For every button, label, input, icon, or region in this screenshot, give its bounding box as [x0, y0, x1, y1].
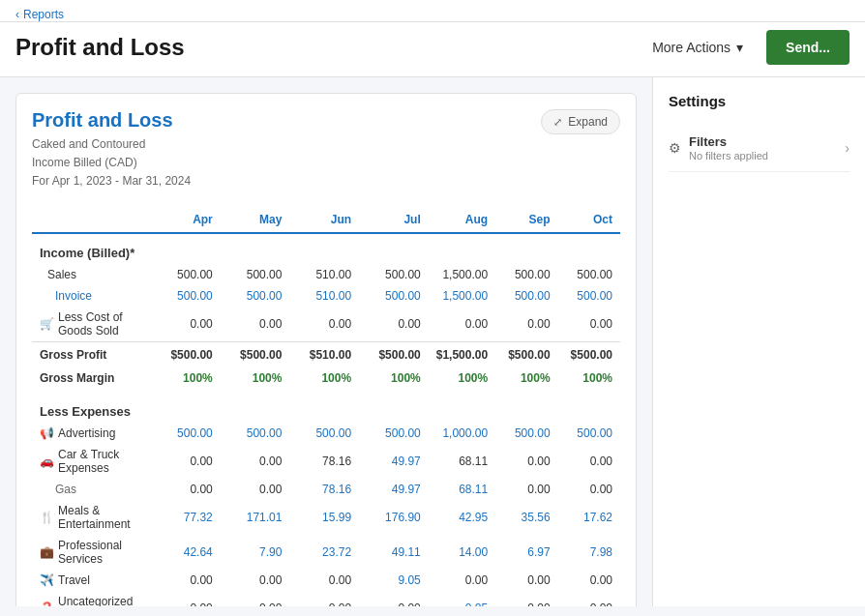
col-apr: Apr	[151, 207, 221, 233]
cogs-label: Less Cost of Goods Sold	[58, 310, 143, 337]
invoice-jul[interactable]: 500.00	[359, 285, 429, 307]
page-title: Profit and Loss	[15, 34, 185, 61]
travel-icon: ✈️	[40, 573, 54, 587]
invoice-aug[interactable]: 1,500.00	[429, 285, 495, 307]
gp-jun: $510.00	[289, 341, 359, 367]
filter-sublabel: No filters applied	[689, 150, 768, 161]
col-jun: Jun	[289, 207, 359, 233]
company-name: Caked and Contoured	[32, 137, 145, 151]
meals-icon: 🍴	[40, 511, 54, 524]
travel-label: Travel	[58, 573, 90, 587]
settings-title: Settings	[669, 93, 850, 109]
travel-row: ✈️ Travel 0.00 0.00 0.00 9.05 0.00 0.00 …	[32, 570, 620, 591]
more-actions-button[interactable]: More Actions ▾	[641, 32, 755, 63]
col-jul: Jul	[359, 207, 429, 233]
header-actions: More Actions ▾ Send...	[641, 30, 850, 65]
gross-margin-label: Gross Margin	[32, 367, 151, 393]
sales-jul: 500.00	[359, 264, 429, 285]
back-link-label: Reports	[23, 8, 64, 21]
car-truck-label: Car & Truck Expenses	[58, 448, 143, 475]
col-sep: Sep	[495, 207, 557, 233]
uncategorized-label: Uncategorized Expens...	[58, 595, 143, 606]
gp-apr: $500.00	[151, 341, 221, 367]
advertising-row: 📢 Advertising 500.00 500.00 500.00 500.0…	[32, 423, 620, 444]
meals-row: 🍴 Meals & Entertainment 77.32 171.01 15.…	[32, 500, 620, 535]
chevron-down-icon: ▾	[736, 40, 743, 55]
income-label: Income (Billed)*	[32, 233, 151, 264]
sales-sep: 500.00	[495, 264, 557, 285]
back-link[interactable]: ‹ Reports	[15, 8, 850, 21]
sales-label: Sales	[32, 264, 151, 285]
sales-apr: 500.00	[151, 264, 221, 285]
less-expenses-label: Less Expenses	[32, 393, 151, 423]
gp-sep: $500.00	[495, 341, 557, 367]
invoice-label: Invoice	[32, 285, 151, 307]
sales-oct: 500.00	[558, 264, 620, 285]
report-subtitle: Caked and Contoured Income Billed (CAD) …	[32, 135, 191, 191]
filters-row[interactable]: ⚙ Filters No filters applied ›	[669, 125, 850, 172]
report-card: Profit and Loss Caked and Contoured Inco…	[15, 93, 637, 606]
professional-label: Professional Services	[58, 539, 143, 566]
gp-aug: $1,500.00	[429, 341, 495, 367]
advertising-icon: 📢	[40, 426, 54, 440]
col-may: May	[221, 207, 290, 233]
invoice-sep[interactable]: 500.00	[495, 285, 557, 307]
sales-aug: 1,500.00	[429, 264, 495, 285]
expand-label: Expand	[568, 115, 608, 129]
filters-left: ⚙ Filters No filters applied	[669, 134, 768, 161]
col-aug: Aug	[429, 207, 495, 233]
col-oct: Oct	[558, 207, 620, 233]
filter-icon: ⚙	[669, 140, 681, 156]
gross-profit-label: Gross Profit	[32, 341, 151, 367]
gross-margin-row: Gross Margin 100% 100% 100% 100% 100% 10…	[32, 367, 620, 393]
professional-icon: 💼	[40, 545, 54, 559]
cogs-may: 0.00	[221, 307, 290, 342]
advertising-label: Advertising	[58, 426, 115, 440]
invoice-apr[interactable]: 500.00	[151, 285, 221, 307]
invoice-oct[interactable]: 500.00	[558, 285, 620, 307]
send-button[interactable]: Send...	[766, 30, 850, 65]
filter-label: Filters	[689, 134, 768, 149]
cogs-jun: 0.00	[289, 307, 359, 342]
cogs-oct: 0.00	[558, 307, 620, 342]
uncategorized-icon: ❓	[40, 601, 54, 606]
gp-may: $500.00	[221, 341, 290, 367]
expand-icon: ⤢	[553, 116, 562, 129]
gp-oct: $500.00	[558, 341, 620, 367]
cogs-jul: 0.00	[359, 307, 429, 342]
gas-row: Gas 0.00 0.00 78.16 49.97 68.11 0.00 0.0…	[32, 479, 620, 500]
chevron-right-icon: ›	[845, 140, 850, 156]
expand-button[interactable]: ⤢ Expand	[541, 109, 620, 134]
cogs-icon: 🛒	[40, 317, 54, 331]
cogs-sep: 0.00	[495, 307, 557, 342]
gross-profit-row: Gross Profit $500.00 $500.00 $510.00 $50…	[32, 341, 620, 367]
report-period: For Apr 1, 2023 - Mar 31, 2024	[32, 174, 191, 188]
car-truck-row: 🚗 Car & Truck Expenses 0.00 0.00 78.16 4…	[32, 444, 620, 479]
report-table: Apr May Jun Jul Aug Sep Oct Income (Bill…	[32, 207, 620, 606]
sidebar: Settings ⚙ Filters No filters applied ›	[652, 77, 865, 606]
invoice-may[interactable]: 500.00	[221, 285, 290, 307]
more-actions-label: More Actions	[652, 40, 731, 55]
sales-row: Sales 500.00 500.00 510.00 500.00 1,500.…	[32, 264, 620, 285]
back-arrow-icon: ‹	[15, 8, 19, 21]
uncategorized-row: ❓ Uncategorized Expens... 0.00 0.00 0.00…	[32, 591, 620, 606]
expenses-section-header: Less Expenses	[32, 393, 620, 423]
cogs-aug: 0.00	[429, 307, 495, 342]
professional-row: 💼 Professional Services 42.64 7.90 23.72…	[32, 535, 620, 570]
cogs-row: 🛒 Less Cost of Goods Sold 0.00 0.00 0.00…	[32, 307, 620, 342]
sales-may: 500.00	[221, 264, 290, 285]
income-section-header: Income (Billed)*	[32, 233, 620, 264]
car-icon: 🚗	[40, 455, 54, 468]
meals-label: Meals & Entertainment	[58, 504, 143, 531]
invoice-jun[interactable]: 510.00	[289, 285, 359, 307]
report-header: Profit and Loss Caked and Contoured Inco…	[32, 109, 620, 191]
gp-jul: $500.00	[359, 341, 429, 367]
sales-jun: 510.00	[289, 264, 359, 285]
report-card-title: Profit and Loss	[32, 109, 191, 132]
report-basis: Income Billed (CAD)	[32, 156, 137, 169]
invoice-row: Invoice 500.00 500.00 510.00 500.00 1,50…	[32, 285, 620, 307]
gas-label: Gas	[32, 479, 151, 500]
content-area: Profit and Loss Caked and Contoured Inco…	[0, 77, 652, 606]
report-table-wrapper: Apr May Jun Jul Aug Sep Oct Income (Bill…	[32, 207, 620, 606]
cogs-apr: 0.00	[151, 307, 221, 342]
